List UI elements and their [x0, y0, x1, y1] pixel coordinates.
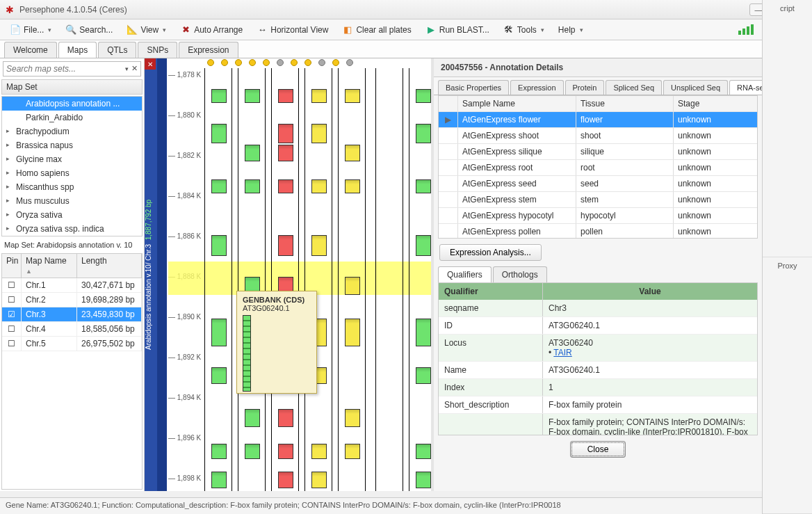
qualifier-row[interactable]: Index1 [439, 379, 757, 396]
tab-expression[interactable]: Expression [179, 42, 238, 58]
map-row[interactable]: ☐Chr.219,698,289 bp [2, 293, 142, 307]
rna-row[interactable]: ▶AtGenExpress flowerflowerunknown [439, 112, 757, 128]
tracks-area[interactable] [204, 68, 431, 491]
tree-item[interactable]: ▸Oryza sativa [2, 208, 142, 222]
gene-feature[interactable] [278, 472, 293, 488]
gene-feature[interactable] [345, 319, 360, 346]
dropdown-icon[interactable]: ▾ [125, 65, 129, 72]
auto-arrange-button[interactable]: ✖Auto Arrange [176, 23, 247, 37]
tree-item[interactable]: ▸Glycine max [2, 152, 142, 166]
map-row[interactable]: ☐Chr.418,585,056 bp [2, 322, 142, 337]
qualifier-row[interactable]: Short_descriptionF-box family protein [439, 396, 757, 414]
tab-expression[interactable]: Expression [510, 80, 563, 95]
search-button[interactable]: 🔍Search... [61, 23, 117, 37]
gene-feature[interactable] [345, 145, 360, 161]
tab-protein[interactable]: Protein [565, 80, 605, 95]
gene-feature[interactable] [416, 319, 431, 346]
gene-feature[interactable] [416, 179, 431, 193]
rna-row[interactable]: AtGenExpress pollenpollenunknown [439, 224, 757, 239]
gene-feature[interactable] [211, 444, 227, 459]
tree-item[interactable]: ▸Oryza sativa ssp. indica [2, 222, 142, 236]
gene-feature[interactable] [311, 124, 327, 143]
rna-row[interactable]: AtGenExpress stemstemunknown [439, 192, 757, 208]
gene-feature[interactable] [311, 179, 327, 193]
help-menu[interactable]: Help [554, 24, 587, 36]
gene-feature[interactable] [278, 124, 293, 143]
gene-feature[interactable] [278, 89, 293, 103]
side-dock-item[interactable]: cript [763, 0, 812, 257]
mapset-tree[interactable]: Arabidopsis annotation ...Parkin_Arabido… [1, 96, 143, 236]
tab-spliced-seq[interactable]: Spliced Seq [606, 80, 662, 95]
mapset-search[interactable]: ▾ ✕ [3, 61, 141, 77]
tab-qtls[interactable]: QTLs [98, 42, 136, 58]
gene-feature[interactable] [416, 472, 431, 488]
qualifier-row[interactable]: LocusAT3G06240• TAIR [439, 335, 757, 362]
mapset-search-input[interactable] [6, 64, 122, 74]
gene-feature[interactable] [245, 444, 260, 459]
tab-snps[interactable]: SNPs [138, 42, 177, 58]
genome-viewer[interactable]: ✕ Arabidopsis annotation v.10/ Chr.3 1,8… [145, 58, 431, 491]
file-menu[interactable]: 📄File... [6, 23, 56, 37]
close-annotation-button[interactable]: Close [570, 441, 626, 458]
gene-feature[interactable] [278, 409, 293, 427]
map-row[interactable]: ☐Chr.130,427,671 bp [2, 278, 142, 293]
tab-welcome[interactable]: Welcome [4, 42, 57, 58]
tree-item[interactable]: ▸Homo sapiens [2, 166, 142, 180]
rna-row[interactable]: AtGenExpress hypocotylhypocotylunknown [439, 208, 757, 224]
tab-basic-properties[interactable]: Basic Properties [438, 80, 509, 95]
rna-row[interactable]: AtGenExpress shootshootunknown [439, 128, 757, 144]
gene-feature[interactable] [311, 235, 327, 256]
gene-feature[interactable] [211, 367, 227, 384]
track[interactable] [375, 68, 403, 491]
tree-item[interactable]: ▸Mus musculus [2, 194, 142, 208]
gene-feature[interactable] [245, 89, 260, 103]
track[interactable] [304, 68, 332, 491]
rna-row[interactable]: AtGenExpress rootrootunknown [439, 160, 757, 176]
tree-item[interactable]: ▸Brassica napus [2, 138, 142, 152]
rna-seq-table[interactable]: Sample Name Tissue Stage ▶AtGenExpress f… [438, 95, 758, 239]
gene-feature[interactable] [211, 235, 227, 256]
side-dock-item[interactable]: Proxy [763, 257, 812, 515]
gene-feature[interactable] [416, 124, 431, 143]
gene-feature[interactable] [311, 89, 327, 103]
tab-qualifiers[interactable]: Qualifiers [438, 266, 492, 282]
gene-feature[interactable] [416, 89, 431, 103]
close-plate-icon[interactable]: ✕ [145, 58, 156, 70]
tab-unspliced-seq[interactable]: Unspliced Seq [663, 80, 728, 95]
tair-link[interactable]: TAIR [553, 348, 571, 358]
gene-feature[interactable] [278, 179, 293, 193]
gene-feature[interactable] [416, 367, 431, 384]
tab-maps[interactable]: Maps [58, 42, 97, 58]
gene-feature[interactable] [245, 179, 260, 193]
map-row[interactable]: ☐Chr.526,975,502 bp [2, 337, 142, 351]
track[interactable] [409, 68, 431, 491]
tree-item[interactable]: ▸Brachypodium [2, 125, 142, 138]
gene-feature[interactable] [278, 444, 293, 459]
qualifier-row[interactable]: IDAT3G06240.1 [439, 317, 757, 335]
gene-feature[interactable] [211, 124, 227, 143]
tab-orthologs[interactable]: Orthologs [493, 266, 547, 282]
horizontal-view-button[interactable]: ↔Horizontal View [252, 23, 332, 37]
view-menu[interactable]: 📐View [122, 23, 170, 37]
clear-plates-button[interactable]: ◧Clear all plates [338, 23, 415, 37]
tools-menu[interactable]: 🛠Tools [499, 23, 549, 37]
gene-feature[interactable] [345, 277, 360, 295]
rna-row[interactable]: AtGenExpress seedseedunknown [439, 176, 757, 192]
gene-feature[interactable] [211, 89, 227, 103]
gene-feature[interactable] [416, 444, 431, 459]
track[interactable] [271, 68, 299, 491]
gene-feature[interactable] [416, 235, 431, 256]
gene-feature[interactable] [345, 409, 360, 427]
tree-item[interactable]: ▸Miscanthus spp [2, 180, 142, 194]
qualifier-row[interactable]: F-box family protein; CONTAINS InterPro … [439, 414, 757, 435]
qualifier-table[interactable]: Qualifier Value seqnameChr3IDAT3G06240.1… [438, 282, 758, 435]
gene-feature[interactable] [278, 145, 293, 161]
tree-item[interactable]: Parkin_Arabido [2, 111, 142, 125]
gene-feature[interactable] [345, 179, 360, 193]
gene-feature[interactable] [311, 472, 327, 488]
gene-feature[interactable] [345, 444, 360, 459]
clear-search-icon[interactable]: ✕ [131, 64, 138, 73]
track[interactable] [204, 68, 232, 491]
gene-feature[interactable] [245, 145, 260, 161]
track[interactable] [238, 68, 266, 491]
